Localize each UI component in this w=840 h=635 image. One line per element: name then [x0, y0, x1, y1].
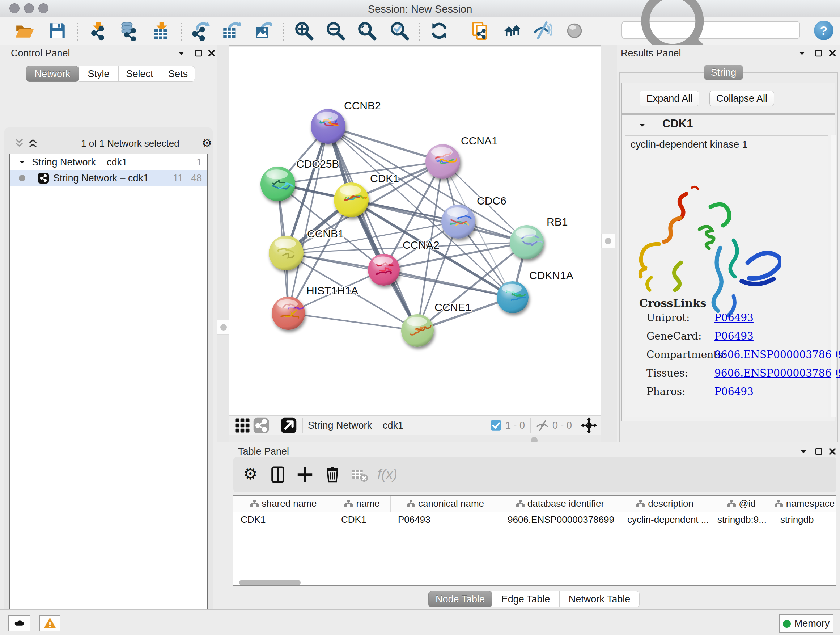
node-CCNE1[interactable] [401, 314, 434, 347]
change-species-button[interactable] [501, 20, 524, 42]
table-panel-close-icon[interactable] [828, 447, 837, 456]
column-header-description[interactable]: description [620, 496, 710, 511]
table-gear-button[interactable]: ⚙ [241, 466, 259, 484]
expand-all-button[interactable]: Expand All [639, 90, 699, 106]
column-header-sharedname[interactable]: shared name [233, 496, 334, 511]
memory-button[interactable]: Memory [779, 614, 834, 633]
node-CCNB1[interactable] [269, 236, 303, 271]
node-CCNA1[interactable] [425, 144, 460, 179]
network-row-selected[interactable]: String Network – cdk1 11 48 [10, 170, 207, 186]
table-cell[interactable]: P06493 [391, 512, 500, 527]
tab-edge-table[interactable]: Edge Table [492, 591, 559, 608]
table-cell[interactable]: stringdb:9... [710, 512, 773, 527]
cloud-sync-button[interactable] [8, 616, 30, 631]
import-network-database-button[interactable] [117, 20, 140, 42]
export-network-button[interactable] [188, 20, 212, 42]
zoom-selected-button[interactable] [388, 20, 411, 42]
tab-select[interactable]: Select [118, 66, 161, 82]
tab-network[interactable]: Network [26, 66, 79, 82]
help-button[interactable]: ? [814, 21, 834, 40]
collapse-all-networks-icon[interactable] [14, 138, 25, 149]
table-cell[interactable]: CDK1 [233, 512, 334, 527]
gene-section-expander-icon[interactable] [638, 121, 646, 130]
results-scrollbar[interactable] [831, 135, 836, 417]
control-panel-close-icon[interactable] [207, 49, 216, 58]
crosslink-link[interactable]: 9606.ENSP00000378699 [714, 348, 840, 361]
results-panel-float-icon[interactable] [797, 49, 807, 58]
node-CCNB2[interactable] [311, 109, 346, 144]
tab-node-table[interactable]: Node Table [428, 591, 492, 608]
node-CCNA2[interactable] [368, 254, 400, 286]
table-cell[interactable]: cyclin-dependent ... [620, 512, 710, 527]
column-header-id[interactable]: @id [710, 496, 773, 511]
delete-column-button[interactable] [324, 466, 341, 484]
right-splitter-handle[interactable] [601, 234, 615, 249]
node-RB1[interactable] [510, 225, 544, 259]
crosslink-link[interactable]: P06493 [714, 330, 753, 342]
network-options-gear-icon[interactable]: ⚙ [201, 137, 213, 150]
zoom-in-button[interactable] [292, 20, 316, 42]
control-panel-maximize-icon[interactable] [194, 49, 203, 58]
node-CDKN1A[interactable] [497, 281, 529, 313]
node-CDK1[interactable] [334, 182, 369, 217]
network-view[interactable]: CCNB2 CCNA1 CDC25B CDK1 CDC6 RB1 [229, 47, 601, 416]
grid-view-icon[interactable] [234, 417, 251, 434]
results-tab-string[interactable]: String [704, 65, 743, 80]
share-view-icon[interactable] [253, 417, 270, 434]
collapse-all-button[interactable]: Collapse All [709, 90, 774, 106]
node-CDC25B[interactable] [261, 166, 295, 201]
edge-CCNA2-CDKN1A[interactable] [384, 270, 513, 297]
table-row[interactable]: CDK1CDK1P064939606.ENSP00000378699cyclin… [233, 512, 836, 527]
crosslink-link[interactable]: P06493 [714, 386, 753, 397]
zoom-out-button[interactable] [324, 20, 347, 42]
results-panel-close-icon[interactable] [828, 49, 837, 58]
edge-HIST1H1A-CCNE1[interactable] [288, 313, 417, 331]
add-column-button[interactable] [296, 466, 314, 484]
results-panel-maximize-icon[interactable] [814, 49, 823, 58]
column-header-canonicalname[interactable]: canonical name [391, 496, 500, 511]
open-session-folder-button[interactable] [13, 20, 36, 42]
node-CDC6[interactable] [441, 204, 475, 239]
refresh-view-button[interactable] [428, 20, 451, 42]
table-cell[interactable]: CDK1 [334, 512, 391, 527]
expand-all-networks-icon[interactable] [27, 138, 38, 149]
edge-CCNB2-CCNA1[interactable] [328, 126, 443, 162]
save-session-button[interactable] [46, 20, 69, 42]
column-header-databaseidentifier[interactable]: database identifier [500, 496, 620, 511]
control-panel-float-icon[interactable] [177, 49, 186, 58]
network-graph[interactable]: CCNB2 CCNA1 CDC25B CDK1 CDC6 RB1 [229, 48, 600, 415]
detach-view-icon[interactable] [280, 417, 297, 434]
crosslink-row: GeneCard:P06493 [646, 330, 701, 342]
collection-expander-icon[interactable] [18, 158, 26, 166]
tab-style[interactable]: Style [79, 66, 118, 82]
fit-content-crosshair-icon[interactable] [581, 417, 597, 434]
hide-unhide-button[interactable] [531, 20, 554, 42]
tab-network-table[interactable]: Network Table [559, 591, 639, 608]
selected-checkbox-icon[interactable] [490, 420, 502, 431]
import-table-file-button[interactable] [150, 20, 173, 42]
gene-description: cyclin-dependent kinase 1 [630, 139, 748, 150]
export-table-button[interactable] [219, 20, 242, 42]
node-HIST1H1A[interactable] [272, 296, 305, 330]
zoom-fit-button[interactable] [355, 20, 378, 42]
table-cell[interactable]: stringdb [773, 512, 836, 527]
column-header-name[interactable]: name [334, 496, 391, 511]
table-hscrollbar-thumb[interactable] [239, 580, 301, 585]
table-panel-float-icon[interactable] [799, 447, 808, 456]
tab-sets[interactable]: Sets [161, 66, 195, 82]
columns-button[interactable] [269, 466, 287, 484]
search-input[interactable] [622, 21, 800, 39]
crosslink-link[interactable]: 9606.ENSP00000378699 [714, 367, 840, 379]
column-header-namespace[interactable]: namespace [773, 496, 836, 511]
left-splitter-handle[interactable] [217, 320, 231, 334]
export-image-button[interactable] [251, 20, 274, 42]
string-import-button[interactable] [469, 20, 492, 42]
table-panel-maximize-icon[interactable] [814, 447, 823, 456]
glass-ball-button[interactable] [563, 20, 586, 42]
warnings-button[interactable] [39, 616, 60, 631]
table-panel-title: Table Panel [238, 446, 289, 457]
import-network-file-button[interactable] [87, 20, 110, 42]
table-cell[interactable]: 9606.ENSP00000378699 [500, 512, 620, 527]
network-collection-row[interactable]: String Network – cdk1 1 [10, 154, 207, 170]
crosslink-link[interactable]: P06493 [714, 312, 753, 324]
